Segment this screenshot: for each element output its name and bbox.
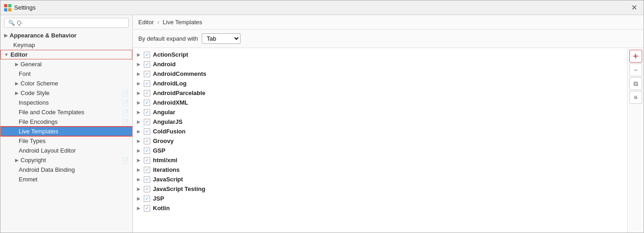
expand-arrow-icon: ▶ [136, 71, 141, 76]
expand-arrow-icon: ▶ [136, 138, 141, 143]
template-row[interactable]: ▶ ✓ GSP [133, 146, 627, 155]
expand-arrow-icon: ▶ [136, 186, 141, 191]
template-row[interactable]: ▶ ✓ Angular [133, 107, 627, 117]
template-row[interactable]: ▶ ✓ ColdFusion [133, 127, 627, 136]
sidebar-item-emmet[interactable]: Emmet [0, 175, 132, 184]
sidebar-item-filecodetemplates[interactable]: File and Code Templates 📄 [0, 107, 132, 117]
app-icon [4, 4, 11, 11]
copy-icon: 📄 [122, 90, 129, 96]
template-row[interactable]: ▶ ✓ AndroidXML [133, 98, 627, 107]
sidebar-item-androidlayouteditor[interactable]: Android Layout Editor [0, 146, 132, 155]
arrow-icon: ▶ [15, 81, 19, 86]
template-checkbox[interactable]: ✓ [144, 61, 150, 68]
template-checkbox[interactable]: ✓ [144, 205, 150, 212]
sidebar-item-appearance[interactable]: ▶ Appearance & Behavior [0, 31, 132, 40]
template-checkbox[interactable]: ✓ [144, 148, 150, 154]
template-checkbox[interactable]: ✓ [144, 167, 150, 173]
template-row[interactable]: ▶ ✓ AndroidParcelable [133, 88, 627, 98]
sidebar-item-label: Appearance & Behavior [10, 32, 77, 39]
template-label: Groovy [153, 138, 174, 144]
copy-icon: 📄 [122, 157, 129, 164]
template-row[interactable]: ▶ ✓ JSP [133, 194, 627, 203]
sidebar-item-font[interactable]: Font [0, 69, 132, 79]
sidebar-item-editor[interactable]: ▼ Editor [0, 50, 132, 59]
template-label: AndroidXML [153, 99, 188, 106]
template-row[interactable]: ▶ ✓ AndroidComments [133, 69, 627, 79]
template-label: JSP [153, 195, 164, 202]
list-button[interactable]: ≡ [629, 91, 642, 104]
template-checkbox[interactable]: ✓ [144, 138, 150, 144]
template-row[interactable]: ▶ ✓ ActionScript [133, 50, 627, 59]
template-checkbox[interactable]: ✓ [144, 176, 150, 183]
arrow-icon: ▶ [15, 90, 19, 95]
sidebar-item-colorscheme[interactable]: ▶ Color Scheme [0, 79, 132, 88]
template-row[interactable]: ▶ ✓ AngularJS [133, 117, 627, 127]
sidebar-item-livetemplates[interactable]: Live Templates [0, 127, 132, 136]
expand-arrow-icon: ▶ [136, 206, 141, 211]
sidebar-item-codestyle[interactable]: ▶ Code Style 📄 [0, 88, 132, 98]
expand-arrow-icon: ▶ [136, 148, 141, 153]
add-button[interactable]: + [629, 50, 642, 63]
template-checkbox[interactable]: ✓ [144, 196, 150, 202]
search-box[interactable]: 🔍 [4, 18, 129, 28]
sidebar-item-label: General [21, 61, 42, 68]
sidebar-item-label: Editor [10, 51, 28, 58]
template-label: AndroidParcelable [153, 90, 205, 96]
sidebar-item-label: Android Data Binding [19, 166, 75, 173]
breadcrumb-part2: Live Templates [163, 19, 202, 26]
template-checkbox[interactable]: ✓ [144, 128, 150, 135]
expand-arrow-icon: ▶ [136, 196, 141, 201]
template-row[interactable]: ▶ ✓ JavaScript [133, 175, 627, 184]
template-row[interactable]: ▶ ✓ html/xml [133, 155, 627, 165]
template-row[interactable]: ▶ ✓ Groovy [133, 136, 627, 146]
template-checkbox[interactable]: ✓ [144, 80, 150, 87]
sidebar-item-label: Copyright [21, 157, 46, 164]
template-checkbox[interactable]: ✓ [144, 52, 150, 58]
settings-window: Settings ✕ 🔍 ▶ Appearance & Behavior ▶ K… [0, 0, 644, 233]
sidebar-item-general[interactable]: ▶ General [0, 59, 132, 69]
template-label: Android [153, 61, 176, 68]
expand-arrow-icon: ▶ [136, 52, 141, 57]
template-list-container: ▶ ✓ ActionScript ▶ ✓ Android ▶ ✓ Andro [133, 48, 644, 233]
sidebar-item-keymap[interactable]: ▶ Keymap [0, 40, 132, 50]
template-checkbox[interactable]: ✓ [144, 90, 150, 96]
template-label: GSP [153, 147, 165, 154]
template-row[interactable]: ▶ ✓ Kotlin [133, 203, 627, 213]
sidebar-item-inspections[interactable]: Inspections 📄 [0, 98, 132, 107]
template-checkbox[interactable]: ✓ [144, 119, 150, 125]
template-checkbox[interactable]: ✓ [144, 71, 150, 77]
sidebar-item-label: Color Scheme [21, 80, 58, 87]
template-checkbox[interactable]: ✓ [144, 109, 150, 116]
sidebar-item-label: File and Code Templates [19, 109, 84, 116]
sidebar-item-copyright[interactable]: ▶ Copyright 📄 [0, 155, 132, 165]
expand-arrow-icon: ▶ [136, 110, 141, 115]
arrow-icon: ▼ [4, 52, 9, 57]
sidebar-item-androiddatabinding[interactable]: Android Data Binding [0, 165, 132, 175]
arrow-icon: ▶ [4, 33, 8, 38]
template-row[interactable]: ▶ ✓ JavaScript Testing [133, 184, 627, 194]
template-label: ActionScript [153, 51, 188, 58]
copy-icon: 📄 [122, 109, 129, 116]
close-button[interactable]: ✕ [628, 2, 640, 13]
template-row[interactable]: ▶ ✓ AndroidLog [133, 79, 627, 88]
sidebar-item-label: Code Style [21, 90, 50, 96]
expand-arrow-icon: ▶ [136, 90, 141, 95]
remove-button[interactable]: − [629, 64, 642, 76]
template-checkbox[interactable]: ✓ [144, 186, 150, 192]
svg-rect-2 [4, 8, 7, 11]
expand-with-select[interactable]: Tab Space Enter [202, 33, 241, 44]
template-checkbox[interactable]: ✓ [144, 100, 150, 106]
template-row[interactable]: ▶ ✓ iterations [133, 165, 627, 175]
arrow-icon: ▶ [15, 62, 19, 67]
search-input[interactable] [17, 20, 125, 26]
sidebar-item-label: Live Templates [19, 128, 58, 135]
sidebar-item-label: Font [19, 70, 31, 77]
main-panel: Editor › Live Templates By default expan… [133, 15, 644, 233]
window-title: Settings [14, 4, 628, 11]
template-row[interactable]: ▶ ✓ Android [133, 59, 627, 69]
template-checkbox[interactable]: ✓ [144, 157, 150, 164]
sidebar-item-filetypes[interactable]: File Types [0, 136, 132, 146]
sidebar-item-fileencodings[interactable]: File Encodings 📄 [0, 117, 132, 127]
copy-button[interactable]: ⧉ [629, 77, 642, 90]
template-label: iterations [153, 166, 180, 173]
